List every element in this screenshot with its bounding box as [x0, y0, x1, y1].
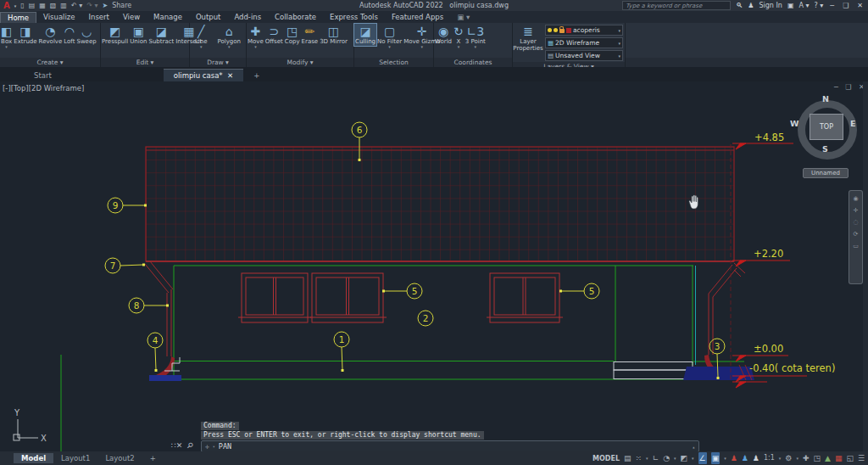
presspull-button[interactable]: ◩Presspull: [101, 24, 129, 46]
extrude-button[interactable]: ◨Extrude: [13, 24, 37, 46]
tab-output[interactable]: Output: [189, 12, 228, 22]
help-icon[interactable]: ? ▾: [814, 2, 823, 9]
layer-freeze-icon[interactable]: [554, 28, 558, 32]
sign-in-person-icon[interactable]: ♟: [748, 2, 754, 9]
active-command-text[interactable]: PAN: [219, 442, 231, 451]
osnap-icon[interactable]: ∠: [698, 452, 707, 464]
steps-right[interactable]: [614, 362, 693, 379]
isodraft-icon[interactable]: ◩: [681, 452, 688, 464]
hardware-accel-icon[interactable]: ▦: [835, 452, 843, 464]
tab-layout2[interactable]: Layout2: [97, 453, 142, 463]
maximize-button[interactable]: ❑: [841, 2, 850, 9]
panel-title-edit[interactable]: Edit ▾: [101, 58, 189, 67]
autodesk-app-icon[interactable]: A ▾: [798, 2, 809, 9]
layer-lock-icon[interactable]: [559, 29, 565, 33]
minimize-button[interactable]: ─: [828, 2, 836, 9]
tab-model[interactable]: Model: [14, 453, 53, 463]
osnap-tracking-icon[interactable]: ▣: [711, 452, 721, 464]
polygon-button[interactable]: ⌂Polygon▾: [217, 24, 242, 50]
viewcube-east[interactable]: E: [850, 119, 856, 128]
union-button[interactable]: ▣Union: [129, 24, 147, 46]
viewcube-west[interactable]: W: [790, 119, 798, 128]
command-input[interactable]: ✛ ▾ PAN ▴: [201, 440, 699, 452]
space-indicator[interactable]: MODEL: [593, 455, 620, 462]
move-button[interactable]: ✚Move▾: [247, 24, 264, 50]
undo-icon[interactable]: ↶ ▾: [71, 2, 82, 10]
full-navigation-wheel-icon[interactable]: ◉: [853, 195, 858, 202]
loft-button[interactable]: ◠Loft: [63, 24, 75, 46]
erase-button[interactable]: ✏Erase: [301, 24, 320, 46]
pan-tool-icon[interactable]: ✛: [854, 207, 859, 214]
tab-express-tools[interactable]: Express Tools: [323, 12, 385, 22]
splash-block-left[interactable]: [149, 375, 181, 381]
tab-insert[interactable]: Insert: [82, 12, 116, 22]
copy-button[interactable]: ◳Copy: [284, 24, 301, 46]
grid-icon[interactable]: ▤: [624, 452, 632, 464]
viewcube[interactable]: N W E S TOP: [794, 97, 860, 163]
redo-icon[interactable]: ↷ ▾: [86, 2, 97, 10]
zoom-tool-icon[interactable]: ◌: [853, 219, 858, 226]
viewcube-south[interactable]: S: [822, 144, 828, 154]
sweep-button[interactable]: ◡Sweep: [75, 24, 97, 46]
panel-title-selection[interactable]: Selection: [354, 58, 433, 67]
annotation-scale-button[interactable]: 1:1: [764, 452, 775, 464]
file-tab-doc[interactable]: olimpiu casa* ✕: [164, 69, 243, 81]
viewport-controls[interactable]: [-][Top][2D Wireframe]: [3, 84, 84, 92]
showmotion-icon[interactable]: ▭: [853, 243, 859, 249]
viewcube-north[interactable]: N: [822, 94, 829, 104]
viewcube-view-name[interactable]: Unnamed: [803, 168, 849, 178]
status-menu-icon[interactable]: ☰: [858, 452, 865, 464]
file-tab-start[interactable]: Start: [24, 70, 62, 81]
snap-icon[interactable]: ⁙: [636, 452, 643, 464]
isolate-objects-icon[interactable]: ◳: [813, 452, 821, 464]
orbit-tool-icon[interactable]: ⟳: [854, 231, 859, 238]
downspout-left[interactable]: [145, 261, 175, 378]
tab-view[interactable]: View: [116, 12, 147, 22]
graphics-performance-icon[interactable]: ▲: [825, 452, 831, 464]
ucs-icon[interactable]: Y X: [14, 408, 47, 443]
line-button[interactable]: ╱Line▾: [194, 24, 209, 50]
drawing-canvas[interactable]: +4.85 +2.20 ±0.00 -0.40( cota teren) 6 9…: [0, 81, 868, 451]
window-1[interactable]: [238, 273, 311, 322]
command-grip-icon[interactable]: ∷✕: [171, 441, 182, 450]
tab-manage[interactable]: Manage: [147, 12, 189, 22]
window-3[interactable]: [487, 273, 563, 322]
layer-properties-button[interactable]: ≣ Layer Properties: [513, 24, 543, 62]
panel-title-coordinates[interactable]: Coordinates: [434, 58, 512, 67]
annotation-people-icon[interactable]: ♟: [753, 452, 760, 464]
share-icon[interactable]: ➤: [102, 2, 108, 10]
tab-home[interactable]: Home: [0, 12, 36, 23]
autocad-logo-icon[interactable]: A: [3, 2, 10, 10]
ribbon-options-icon[interactable]: ▣ ▾: [450, 12, 476, 22]
new-layout-button[interactable]: +: [142, 453, 164, 463]
autoscale-icon[interactable]: ♟: [742, 452, 748, 464]
clean-screen-icon[interactable]: ◱: [846, 452, 854, 464]
navigation-bar[interactable]: ◉ ✛ ◌ ⟳ ▭: [849, 190, 863, 284]
drawing-svg[interactable]: +4.85 +2.20 ±0.00 -0.40( cota teren) 6 9…: [0, 81, 868, 451]
world-ucs-button[interactable]: ◉World: [434, 24, 453, 46]
layer-on-icon[interactable]: [548, 28, 552, 32]
open-icon[interactable]: ▤: [29, 2, 36, 10]
viewport-window-buttons[interactable]: ─ ❑ ✕: [834, 83, 867, 91]
logo-caret-icon[interactable]: ▾: [14, 2, 17, 10]
recent-commands-icon[interactable]: ▾: [213, 444, 215, 449]
roof-hatch[interactable]: [146, 147, 734, 261]
annotation-visibility-icon[interactable]: ♟: [731, 452, 737, 464]
revolve-button[interactable]: ◔Revolve: [38, 24, 64, 46]
layer-color-swatch[interactable]: [566, 28, 571, 33]
tab-collaborate[interactable]: Collaborate: [268, 12, 323, 22]
box-button[interactable]: ◧Box▾: [0, 24, 13, 50]
mirror3d-button[interactable]: ◫3D Mirror: [319, 24, 348, 46]
tab-layout1[interactable]: Layout1: [53, 453, 97, 463]
tab-featured-apps[interactable]: Featured Apps: [385, 12, 450, 22]
customization-gear-icon[interactable]: ⚙: [785, 452, 792, 464]
canvas-scrollbar[interactable]: [863, 81, 868, 451]
save-as-icon[interactable]: ▧: [50, 2, 57, 10]
named-view-dropdown[interactable]: ▤ Unsaved View▾: [545, 50, 623, 61]
new-icon[interactable]: ▯: [20, 2, 24, 10]
new-drawing-button[interactable]: +: [243, 70, 270, 81]
layer-dropdown[interactable]: acoperis▾: [545, 25, 623, 36]
sign-in-label[interactable]: Sign In: [759, 2, 782, 9]
visual-style-dropdown[interactable]: ▦ 2D Wireframe▾: [545, 37, 623, 48]
tab-addins[interactable]: Add-ins: [227, 12, 268, 22]
